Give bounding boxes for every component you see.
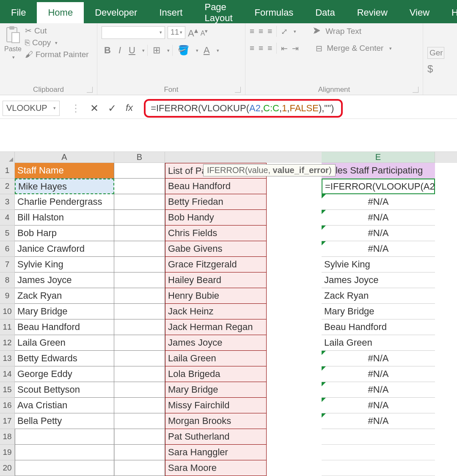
cell[interactable] [267, 272, 322, 288]
row-header[interactable]: 12 [0, 335, 15, 351]
bold-button[interactable]: B [102, 45, 113, 56]
cell[interactable] [114, 194, 165, 210]
cell[interactable]: Beau Handford [165, 179, 267, 194]
row-header[interactable]: 14 [0, 366, 15, 382]
cell[interactable]: #N/A [322, 194, 435, 210]
cell[interactable]: Mary Bridge [165, 382, 267, 398]
cell[interactable] [114, 398, 165, 413]
cell[interactable] [114, 210, 165, 226]
row-header[interactable]: 5 [0, 226, 15, 241]
cell[interactable] [267, 429, 322, 445]
cell[interactable]: Morgan Brooks [165, 413, 267, 429]
cell[interactable]: Laila Green [15, 335, 114, 351]
cell[interactable] [114, 288, 165, 304]
cell[interactable]: Sara Moore [165, 460, 267, 476]
cell[interactable] [267, 226, 322, 241]
col-header-B[interactable]: B [114, 152, 165, 163]
row-header[interactable]: 11 [0, 319, 15, 335]
italic-button[interactable]: I [116, 45, 124, 56]
dialog-launcher-icon[interactable] [235, 87, 241, 93]
dialog-launcher-icon[interactable] [87, 87, 93, 93]
tab-review[interactable]: Review [346, 2, 399, 23]
format-painter-button[interactable]: 🖌 Format Painter [25, 50, 89, 59]
cell[interactable]: Gabe Givens [165, 241, 267, 257]
cell[interactable] [267, 335, 322, 351]
cell[interactable] [114, 257, 165, 272]
row-header[interactable]: 18 [0, 429, 15, 445]
row-header[interactable]: 10 [0, 304, 15, 319]
cell[interactable] [322, 429, 435, 445]
cell[interactable]: Bill Halston [15, 210, 114, 226]
tab-home[interactable]: Home [37, 2, 84, 23]
align-bottom-icon[interactable]: ≡ [267, 27, 272, 36]
font-name-combo[interactable]: ▾ [102, 26, 165, 39]
cell[interactable]: Sara Hanggler [165, 445, 267, 460]
tab-insert[interactable]: Insert [148, 2, 193, 23]
align-top-icon[interactable]: ≡ [250, 27, 254, 36]
cell[interactable]: #N/A [322, 241, 435, 257]
row-header[interactable]: 16 [0, 398, 15, 413]
border-button[interactable]: ⊞ [150, 45, 163, 56]
cell[interactable] [15, 460, 114, 476]
cell[interactable] [267, 445, 322, 460]
col-header-A[interactable]: A [15, 152, 114, 163]
number-format-combo[interactable]: Ger [427, 47, 444, 59]
cancel-icon[interactable]: ✕ [90, 102, 99, 114]
cell[interactable]: Sylvie King [15, 257, 114, 272]
cell[interactable]: #N/A [322, 226, 435, 241]
tab-data[interactable]: Data [304, 2, 346, 23]
cell[interactable]: Zack Ryan [322, 288, 435, 304]
cell[interactable] [267, 351, 322, 366]
cell[interactable] [15, 429, 114, 445]
cell[interactable] [114, 382, 165, 398]
cell[interactable]: #N/A [322, 398, 435, 413]
cell[interactable] [114, 335, 165, 351]
cell[interactable] [114, 413, 165, 429]
row-header[interactable]: 7 [0, 257, 15, 272]
align-center-icon[interactable]: ≡ [259, 44, 263, 53]
cell[interactable]: Sales Staff Participating [322, 163, 435, 179]
tab-page-layout[interactable]: Page Layout [193, 2, 243, 23]
cell[interactable] [114, 351, 165, 366]
font-color-button[interactable]: A [201, 45, 212, 56]
cell[interactable]: Sylvie King [322, 257, 435, 272]
tab-help[interactable]: Help [440, 2, 457, 23]
cell[interactable]: #N/A [322, 366, 435, 382]
dialog-launcher-icon[interactable] [413, 87, 418, 93]
increase-font-icon[interactable]: A▴ [188, 26, 198, 39]
cell[interactable]: Bob Handy [165, 210, 267, 226]
cell[interactable]: Lola Brigeda [165, 366, 267, 382]
cell[interactable] [114, 366, 165, 382]
cell[interactable] [114, 445, 165, 460]
underline-button[interactable]: U [126, 45, 138, 56]
tab-view[interactable]: View [399, 2, 440, 23]
tab-file[interactable]: File [0, 2, 37, 23]
cell[interactable]: James Joyce [165, 335, 267, 351]
row-header[interactable]: 4 [0, 210, 15, 226]
cell[interactable] [114, 319, 165, 335]
cell[interactable] [267, 319, 322, 335]
cut-button[interactable]: ✂ Cut [25, 26, 89, 36]
cell[interactable] [322, 445, 435, 460]
cell[interactable] [267, 460, 322, 476]
cell[interactable]: Laila Green [322, 335, 435, 351]
wrap-text-button[interactable]: Wrap Text [325, 27, 361, 36]
cell[interactable]: Jack Heinz [165, 304, 267, 319]
cell[interactable]: Missy Fairchild [165, 398, 267, 413]
row-header[interactable]: 6 [0, 241, 15, 257]
cell[interactable] [322, 460, 435, 476]
font-size-combo[interactable]: 11▾ [168, 26, 185, 39]
cell[interactable] [114, 179, 165, 194]
cell[interactable]: #N/A [322, 382, 435, 398]
cell[interactable] [267, 398, 322, 413]
cell[interactable] [267, 179, 322, 194]
row-header[interactable]: 2 [0, 179, 15, 194]
spreadsheet-grid[interactable]: A B E 1 Staff Name List of Participants … [0, 152, 457, 476]
cell[interactable]: James Joyce [15, 272, 114, 288]
cell[interactable] [114, 429, 165, 445]
cell[interactable]: George Eddy [15, 366, 114, 382]
cell[interactable]: =IFERROR(VLOOKUP(A2, [322, 179, 435, 194]
cell[interactable]: #N/A [322, 351, 435, 366]
enter-icon[interactable]: ✓ [108, 102, 116, 114]
cell[interactable] [114, 304, 165, 319]
